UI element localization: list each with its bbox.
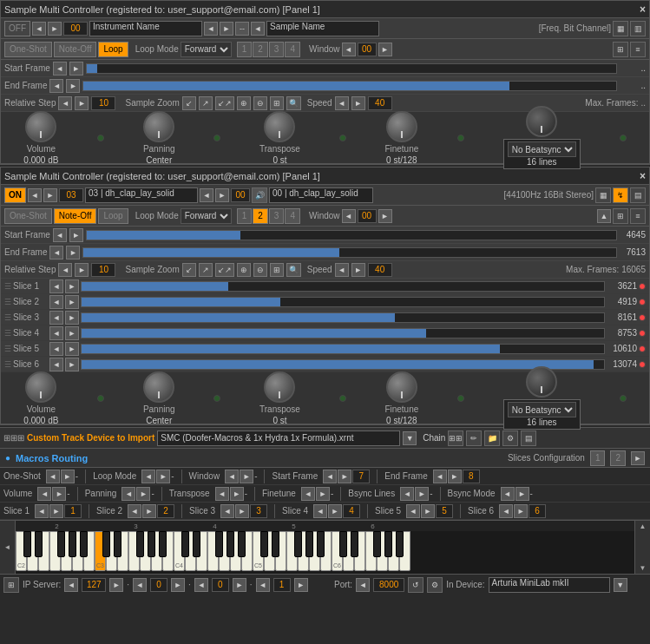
- zoom-btn-1a[interactable]: ↙: [182, 96, 196, 110]
- custom-track-filename[interactable]: SMC (Doofer-Macros & 1x Hydra 1x Formula…: [157, 430, 400, 446]
- tab-2-btn-2[interactable]: 2: [253, 208, 268, 224]
- window-m-right[interactable]: ►: [240, 470, 253, 483]
- nav-left-1[interactable]: ◄: [32, 22, 46, 36]
- window-nav-right-1[interactable]: ►: [378, 43, 392, 56]
- s4-left[interactable]: ◄: [313, 504, 327, 518]
- sample-nav-left-2[interactable]: ◄: [200, 188, 213, 202]
- power-button-2[interactable]: ON: [4, 187, 26, 203]
- sample-nav-left-1[interactable]: ◄: [204, 22, 218, 36]
- slice-drag-3[interactable]: ☰: [4, 313, 11, 322]
- black-key-3-1[interactable]: [114, 531, 121, 557]
- black-key-4-3[interactable]: [227, 531, 234, 557]
- ip4-right[interactable]: ►: [294, 578, 308, 592]
- piano-scroll-right[interactable]: ▲ ▼: [634, 521, 650, 574]
- macros-tab-1[interactable]: 1: [590, 450, 606, 466]
- port-left[interactable]: ◄: [356, 578, 370, 592]
- start-frame-right-1[interactable]: ►: [69, 62, 83, 76]
- beatsync-select-1[interactable]: No Beatsync: [508, 141, 576, 157]
- sample-back-1[interactable]: ◄: [251, 22, 265, 36]
- zoom-fit-1[interactable]: ⊞: [270, 96, 284, 110]
- ip2-left[interactable]: ◄: [133, 578, 147, 592]
- slice-left-5[interactable]: ◄: [49, 342, 63, 356]
- s1-right[interactable]: ►: [49, 504, 63, 518]
- settings-icon[interactable]: ⚙: [427, 577, 443, 593]
- black-key-5-1[interactable]: [272, 531, 279, 557]
- s6-left[interactable]: ◄: [499, 504, 513, 518]
- rel-step-right-2[interactable]: ►: [75, 263, 89, 277]
- panel-2-close[interactable]: ×: [640, 170, 646, 182]
- loop-btn-1[interactable]: Loop: [98, 42, 128, 57]
- black-key-4-2[interactable]: [215, 531, 223, 557]
- beatsync-knob-1[interactable]: [526, 106, 557, 137]
- loopmode-left[interactable]: ◄: [141, 470, 155, 483]
- panning-knob-2[interactable]: [143, 371, 174, 403]
- one-shot-btn-2[interactable]: One-Shot: [4, 208, 52, 224]
- black-key-3-4[interactable]: [159, 531, 167, 557]
- end-frame-left-1[interactable]: ◄: [49, 79, 63, 93]
- beatsync-select-2[interactable]: No Beatsync: [508, 402, 576, 417]
- loopmode-right[interactable]: ►: [156, 470, 170, 483]
- waveform-btn-2[interactable]: ↯: [613, 187, 628, 203]
- window-m-left[interactable]: ◄: [225, 470, 239, 483]
- slice-drag-1[interactable]: ☰: [4, 282, 11, 291]
- bmode-left[interactable]: ◄: [501, 487, 515, 501]
- black-key-6-2[interactable]: [373, 531, 381, 557]
- tab-3-btn-2[interactable]: 3: [269, 208, 285, 224]
- macros-tab-2[interactable]: 2: [610, 450, 626, 466]
- blines-right[interactable]: ►: [415, 487, 429, 501]
- sample-nav-right-2[interactable]: ►: [215, 188, 229, 202]
- note-off-btn-2[interactable]: Note-Off: [54, 208, 97, 224]
- ip2-right[interactable]: ►: [171, 578, 185, 592]
- black-key-6-3[interactable]: [384, 531, 392, 557]
- black-key-3-0[interactable]: [102, 531, 110, 557]
- window-nav-right-2[interactable]: ►: [378, 209, 392, 223]
- more-btn[interactable]: ▤: [521, 430, 536, 446]
- grid-view-btn-2[interactable]: ⊞: [613, 208, 628, 224]
- s3-left[interactable]: ◄: [220, 504, 234, 518]
- black-key-2-3[interactable]: [69, 531, 76, 557]
- zoom-search-1[interactable]: 🔍: [286, 96, 301, 110]
- grid-view-btn-1[interactable]: ⊞: [613, 42, 628, 57]
- pan-m-left[interactable]: ◄: [121, 487, 135, 501]
- zoom-btn-2d[interactable]: ⊕: [237, 263, 251, 277]
- endf-left[interactable]: ◄: [433, 470, 447, 483]
- slice-slider-5[interactable]: [81, 344, 605, 354]
- rel-step-left-2[interactable]: ◄: [58, 263, 72, 277]
- slice-right-5[interactable]: ►: [65, 342, 79, 356]
- black-key-3-3[interactable]: [148, 531, 155, 557]
- tab-1-btn-2[interactable]: 1: [237, 208, 253, 224]
- window-nav-left-1[interactable]: ◄: [342, 43, 356, 56]
- slice-right-3[interactable]: ►: [65, 311, 79, 325]
- black-key-6-4[interactable]: [396, 531, 404, 557]
- loop-btn-2[interactable]: Loop: [98, 208, 128, 224]
- volume-knob-2[interactable]: [25, 371, 56, 403]
- zoom-btn-2c[interactable]: ↙↗: [215, 263, 234, 277]
- bar-icon-btn-1[interactable]: ▥: [630, 21, 646, 36]
- sample-name-2[interactable]: 00 | dh_clap_lay_solid: [269, 187, 373, 203]
- slice-left-1[interactable]: ◄: [49, 279, 63, 293]
- rel-step-right-1[interactable]: ►: [75, 96, 89, 110]
- slice-drag-5[interactable]: ☰: [4, 345, 11, 353]
- tab-1-btn-1[interactable]: 1: [237, 42, 253, 57]
- ip4-left[interactable]: ◄: [256, 578, 270, 592]
- midi-icon[interactable]: ⊞: [3, 577, 19, 593]
- slice-right-1[interactable]: ►: [65, 279, 79, 293]
- slice-right-4[interactable]: ►: [65, 326, 79, 340]
- black-key-6-1[interactable]: [351, 531, 358, 557]
- black-key-5-4[interactable]: [317, 531, 325, 557]
- zoom-btn-1c[interactable]: ↙↗: [215, 96, 234, 110]
- ip3-right[interactable]: ►: [233, 578, 246, 592]
- s5-left[interactable]: ◄: [406, 504, 420, 518]
- black-key-6-0[interactable]: [339, 531, 347, 557]
- startf-right[interactable]: ►: [338, 470, 351, 483]
- black-key-2-2[interactable]: [57, 531, 65, 557]
- macros-arrow[interactable]: ►: [631, 451, 645, 465]
- folder-btn[interactable]: 📁: [484, 430, 500, 446]
- black-key-4-4[interactable]: [238, 531, 246, 557]
- transpose-knob-2[interactable]: [264, 371, 295, 403]
- one-shot-btn-1[interactable]: One-Shot: [4, 42, 52, 57]
- instrument-name-1[interactable]: Instrument Name: [89, 21, 202, 36]
- slice-slider-1[interactable]: [81, 281, 605, 292]
- oneshot-left[interactable]: ◄: [46, 470, 60, 483]
- rel-step-left-1[interactable]: ◄: [58, 96, 72, 110]
